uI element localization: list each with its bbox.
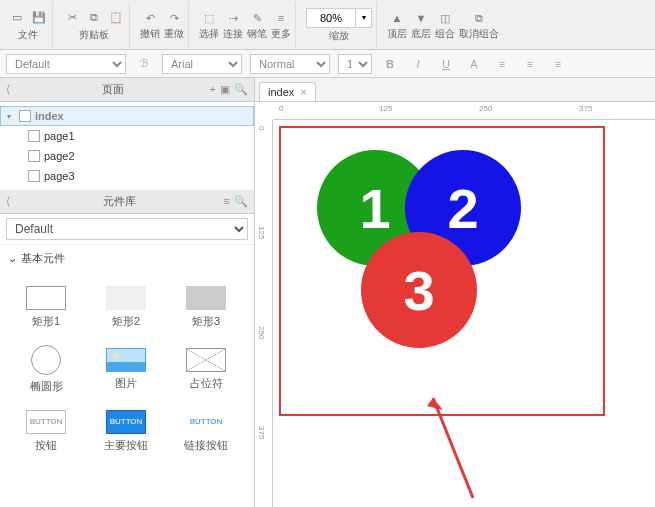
weight-select[interactable]: Normal (250, 54, 330, 74)
file-label: 文件 (18, 28, 38, 42)
redo-icon[interactable]: ↷ (165, 9, 183, 27)
page-icon (28, 150, 40, 162)
group-icon[interactable]: ◫ (436, 9, 454, 27)
widget-button[interactable]: BUTTON按钮 (6, 400, 86, 462)
pages-tree: ▾index page1 page2 page3 (0, 102, 254, 190)
send-back-icon[interactable]: ▼ (412, 9, 430, 27)
widget-placeholder[interactable]: 占位符 (166, 338, 246, 400)
property-bar: Default ℬ Arial Normal 13 B I U A ≡ ≡ ≡ (0, 50, 655, 78)
align-right-icon[interactable]: ≡ (548, 54, 568, 74)
new-file-icon[interactable]: ▭ (8, 9, 26, 27)
annotation-arrow (423, 388, 483, 507)
widget-link-button[interactable]: BUTTON链接按钮 (166, 400, 246, 462)
tab-label: index (268, 86, 294, 98)
left-column: ⟨ 页面 + ▣ 🔍 ▾index page1 page2 page3 ⟨ 元件… (0, 78, 255, 507)
svg-line-0 (433, 398, 473, 498)
cut-icon[interactable]: ✂ (63, 9, 81, 27)
pages-panel-header: ⟨ 页面 + ▣ 🔍 (0, 78, 254, 102)
widget-rect2[interactable]: 矩形2 (86, 276, 166, 338)
undo-group: ↶撤销 ↷重做 (136, 2, 189, 48)
design-canvas[interactable]: 1 2 3 (273, 120, 655, 507)
select-group: ⬚选择 ⇢连接 ✎钢笔 ≡更多 (195, 2, 296, 48)
pen-icon[interactable]: ✎ (248, 9, 266, 27)
select-label: 选择 (199, 27, 219, 41)
main-toolbar: ▭ 💾 文件 ✂ ⧉ 📋 剪贴板 ↶撤销 ↷重做 ⬚选择 ⇢连接 ✎钢笔 ≡更多… (0, 0, 655, 50)
zoom-label: 缩放 (329, 29, 349, 43)
select-icon[interactable]: ⬚ (200, 9, 218, 27)
zoom-group: ▾ 缩放 (302, 2, 377, 48)
page-name: page2 (44, 150, 75, 162)
font-select[interactable]: Arial (162, 54, 242, 74)
connect-label: 连接 (223, 27, 243, 41)
library-menu-icon[interactable]: ≡ (224, 195, 230, 208)
circle-red[interactable]: 3 (361, 232, 477, 348)
add-folder-icon[interactable]: ▣ (220, 83, 230, 96)
file-group: ▭ 💾 文件 (4, 2, 53, 48)
pages-title: 页面 (16, 82, 210, 97)
italic-icon[interactable]: I (408, 54, 428, 74)
page-name-index: index (35, 110, 64, 122)
ruler-vertical: 0 125 250 375 (255, 120, 273, 507)
page-row-page3[interactable]: page3 (0, 166, 254, 186)
widget-rect3[interactable]: 矩形3 (166, 276, 246, 338)
bold-icon[interactable]: B (380, 54, 400, 74)
clipboard-group: ✂ ⧉ 📋 剪贴板 (59, 2, 130, 48)
page-row-index[interactable]: ▾index (0, 106, 254, 126)
paste-icon[interactable]: 📋 (107, 9, 125, 27)
page-name: page3 (44, 170, 75, 182)
library-title: 元件库 (16, 194, 224, 209)
clipboard-label: 剪贴板 (79, 28, 109, 42)
undo-icon[interactable]: ↶ (141, 9, 159, 27)
widget-primary-button[interactable]: BUTTON主要按钮 (86, 400, 166, 462)
ungroup-icon[interactable]: ⧉ (470, 9, 488, 27)
more-icon[interactable]: ≡ (272, 9, 290, 27)
text-color-icon[interactable]: A (464, 54, 484, 74)
fontsize-select[interactable]: 13 (338, 54, 372, 74)
chevron-down-icon: ⌄ (8, 252, 17, 265)
widget-image[interactable]: 图片 (86, 338, 166, 400)
save-icon[interactable]: 💾 (30, 9, 48, 27)
page-icon (28, 170, 40, 182)
page-row-page2[interactable]: page2 (0, 146, 254, 166)
back-label: 底层 (411, 27, 431, 41)
connect-icon[interactable]: ⇢ (224, 9, 242, 27)
redo-label: 重做 (164, 27, 184, 41)
library-select[interactable]: Default (6, 218, 248, 240)
category-label: 基本元件 (21, 251, 65, 266)
library-panel-header: ⟨ 元件库 ≡ 🔍 (0, 190, 254, 214)
close-icon[interactable]: × (300, 86, 306, 98)
bring-front-icon[interactable]: ▲ (388, 9, 406, 27)
page-name: page1 (44, 130, 75, 142)
align-center-icon[interactable]: ≡ (520, 54, 540, 74)
page-icon (19, 110, 31, 122)
ruler-horizontal: 0 125 250 375 (273, 102, 655, 120)
canvas-tabbar: index× (255, 78, 655, 102)
add-page-icon[interactable]: + (210, 83, 216, 96)
undo-label: 撤销 (140, 27, 160, 41)
widget-rect1[interactable]: 矩形1 (6, 276, 86, 338)
ungroup-label: 取消组合 (459, 27, 499, 41)
search-icon[interactable]: 🔍 (234, 83, 248, 96)
underline-icon[interactable]: U (436, 54, 456, 74)
canvas-column: index× 0 125 250 375 0 125 250 375 1 2 3 (255, 78, 655, 507)
arrange-group: ▲顶层 ▼底层 ◫组合 ⧉取消组合 (383, 2, 503, 48)
widget-ellipse[interactable]: 椭圆形 (6, 338, 86, 400)
more-label: 更多 (271, 27, 291, 41)
canvas-tab-index[interactable]: index× (259, 82, 316, 101)
pen-label: 钢笔 (247, 27, 267, 41)
align-left-icon[interactable]: ≡ (492, 54, 512, 74)
pin-icon[interactable]: ⟨ (6, 83, 16, 96)
copy-icon[interactable]: ⧉ (85, 9, 103, 27)
paintbrush-icon[interactable]: ℬ (134, 54, 154, 74)
group-label: 组合 (435, 27, 455, 41)
pin-icon[interactable]: ⟨ (6, 195, 16, 208)
zoom-input[interactable] (306, 8, 356, 28)
zoom-dropdown[interactable]: ▾ (356, 8, 372, 28)
page-icon (28, 130, 40, 142)
style-select[interactable]: Default (6, 54, 126, 74)
widget-grid: 矩形1 矩形2 矩形3 椭圆形 图片 占位符 BUTTON按钮 BUTTON主要… (0, 272, 254, 466)
page-row-page1[interactable]: page1 (0, 126, 254, 146)
front-label: 顶层 (387, 27, 407, 41)
library-category[interactable]: ⌄基本元件 (0, 245, 254, 272)
search-icon[interactable]: 🔍 (234, 195, 248, 208)
